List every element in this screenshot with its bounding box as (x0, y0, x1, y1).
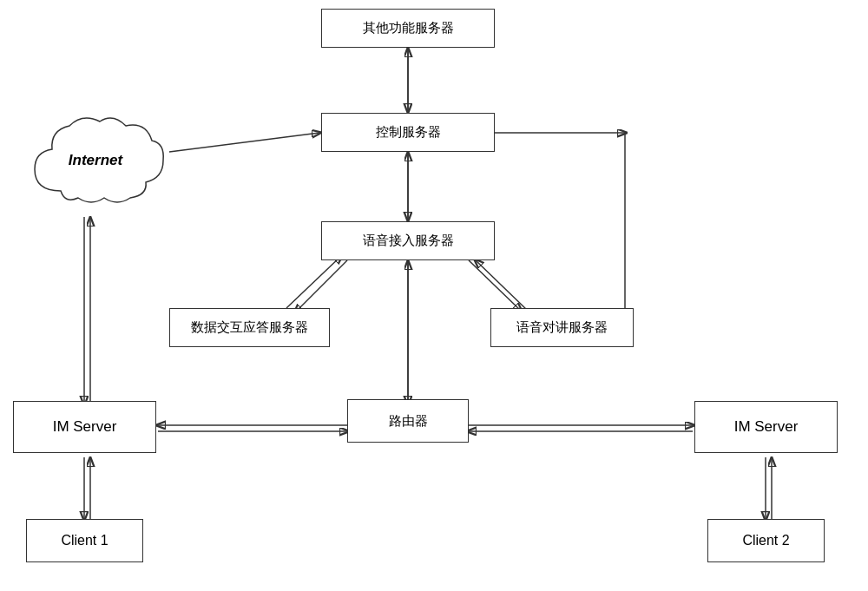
im-server-right-label: IM Server (734, 418, 799, 436)
client1-box: Client 1 (26, 519, 143, 562)
im-server-left-label: IM Server (53, 418, 117, 436)
svg-line-10 (469, 260, 521, 311)
client2-box: Client 2 (707, 519, 825, 562)
voice-access-box: 语音接入服务器 (321, 221, 495, 260)
svg-line-9 (286, 256, 341, 308)
control-server-box: 控制服务器 (321, 113, 495, 152)
other-server-box: 其他功能服务器 (321, 9, 495, 48)
svg-line-4 (169, 133, 319, 152)
arrows-layer (0, 0, 868, 591)
diagram: Internet 其他功能服务器 控制服务器 语音接入服务器 数据交互应答服务器… (0, 0, 868, 591)
im-server-left-box: IM Server (13, 401, 156, 453)
router-label: 路由器 (389, 413, 428, 430)
im-server-right-box: IM Server (694, 401, 838, 453)
client1-label: Client 1 (61, 533, 108, 548)
voice-access-label: 语音接入服务器 (363, 233, 454, 249)
data-server-box: 数据交互应答服务器 (169, 308, 330, 347)
voice-intercom-label: 语音对讲服务器 (516, 319, 608, 336)
router-box: 路由器 (347, 399, 469, 443)
client2-label: Client 2 (742, 533, 789, 548)
other-server-label: 其他功能服务器 (363, 20, 454, 36)
internet-cloud: Internet (17, 104, 174, 217)
internet-label: Internet (69, 152, 122, 169)
data-server-label: 数据交互应答服务器 (191, 319, 308, 336)
svg-line-8 (295, 260, 347, 312)
svg-line-11 (476, 260, 528, 311)
control-server-label: 控制服务器 (376, 124, 441, 141)
voice-intercom-box: 语音对讲服务器 (490, 308, 634, 347)
